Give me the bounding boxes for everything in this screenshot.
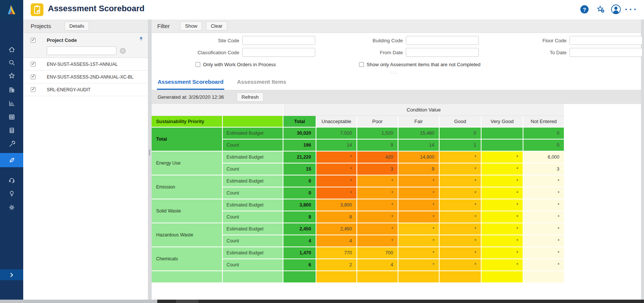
condition-value-cell: * — [523, 175, 565, 187]
help-icon[interactable]: ? — [579, 4, 590, 15]
filter-bar: Filter Show Clear — [152, 19, 641, 33]
maintenance-icon — [8, 141, 15, 148]
user-glyph — [611, 4, 621, 15]
condition-value-cell: * — [440, 187, 482, 199]
chevron-right-icon — [8, 272, 15, 278]
priority-cell: Chemicals — [152, 247, 223, 271]
buildings-icon — [8, 86, 15, 93]
sidebar-item-buildings[interactable] — [0, 82, 23, 97]
project-code-column-header[interactable]: Project Code — [47, 37, 77, 43]
project-checkbox[interactable] — [31, 74, 36, 79]
filter-field-input[interactable] — [242, 48, 315, 57]
project-row[interactable]: ENV-SUST-ASSESS-2ND-ANNUAL-XC-BL — [23, 71, 148, 83]
filter-field-input[interactable] — [569, 36, 643, 45]
condition-value-cell: * — [440, 152, 482, 163]
sidebar-item-planning[interactable] — [0, 110, 23, 124]
filter-field-input[interactable] — [406, 36, 479, 45]
metric-cell: Count — [223, 235, 283, 247]
project-code-value: SRL-ENERGY-AUDIT — [47, 87, 91, 92]
condition-value-cell — [482, 140, 523, 152]
filter-field-label: Site Code — [152, 38, 242, 43]
tab-assessment-scoreboard[interactable]: Assessment Scoreboard — [157, 76, 224, 90]
filter-column: Building Code From Date Show only Assess… — [315, 33, 479, 68]
sidebar-item-data-tables[interactable] — [0, 123, 23, 137]
condition-value-header: Condition Value — [283, 104, 565, 116]
user-icon[interactable] — [610, 4, 622, 15]
filter-checkbox[interactable] — [195, 62, 200, 67]
condition-value-cell: * — [316, 152, 357, 163]
partial-cell — [223, 271, 283, 283]
section-drag-handle[interactable]: :::::: — [389, 71, 397, 74]
total-value-cell: 15 — [283, 163, 316, 175]
ideas-icon — [8, 190, 15, 197]
condition-value-cell: * — [482, 175, 523, 187]
star-plus-glyph — [596, 5, 605, 14]
condition-value-cell: * — [523, 187, 565, 199]
condition-value-cell: * — [398, 235, 440, 247]
tab-assessment-items[interactable]: Assessment Items — [236, 76, 287, 90]
condition-value-cell: * — [440, 259, 482, 271]
filter-field-label: Classification Code — [152, 50, 242, 55]
condition-value-cell: * — [357, 199, 398, 211]
condition-value-cell: 0 — [523, 140, 565, 152]
sort-asc-arrow — [140, 37, 143, 39]
sidebar-item-settings[interactable] — [0, 200, 23, 214]
total-value-cell: 196 — [283, 140, 316, 152]
project-checkbox[interactable] — [31, 87, 36, 92]
details-button[interactable]: Details — [64, 21, 89, 31]
filter-field-input[interactable] — [569, 48, 643, 57]
sidebar-item-search[interactable] — [0, 55, 23, 70]
select-all-checkbox[interactable] — [31, 38, 36, 43]
condition-value-cell: 8 — [316, 211, 357, 223]
bottom-scrollbar-thumb[interactable] — [0, 300, 157, 303]
project-checkbox[interactable] — [31, 62, 36, 67]
filter-field-label: From Date — [315, 50, 406, 55]
filter-field-input[interactable] — [406, 48, 479, 57]
projects-header: Projects Details — [23, 19, 148, 33]
data-tables-icon — [8, 127, 15, 134]
sidebar-item-maintenance[interactable] — [0, 137, 23, 151]
metric-cell: Estimated Budget — [223, 247, 283, 259]
condition-value-cell: * — [523, 199, 565, 211]
total-value-cell: 3,800 — [283, 199, 316, 211]
condition-value-cell: * — [357, 235, 398, 247]
clear-button[interactable]: Clear — [206, 21, 227, 31]
left-nav-sidebar — [0, 19, 23, 300]
sidebar-item-support[interactable] — [0, 173, 23, 187]
condition-value-cell: * — [398, 211, 440, 223]
metric-cell: Estimated Budget — [223, 128, 283, 140]
sidebar-expand-button[interactable] — [0, 269, 23, 280]
show-button[interactable]: Show — [180, 21, 202, 31]
condition-value-cell — [482, 128, 523, 140]
filter-field-row: Site Code — [152, 36, 315, 45]
project-row[interactable]: SRL-ENERGY-AUDIT — [23, 83, 148, 96]
refresh-button[interactable]: Refresh — [237, 92, 264, 102]
condition-value-cell: * — [440, 247, 482, 259]
condition-value-cell: 1,520 — [357, 128, 398, 140]
project-code-filter-input[interactable] — [47, 46, 116, 55]
project-row[interactable]: ENV-SUST-ASSESS-1ST-ANNUAL — [23, 58, 148, 71]
project-code-header-row: Project Code — [23, 36, 148, 45]
archibus-logo[interactable] — [0, 0, 23, 19]
clear-filter-icon[interactable]: ✕ — [120, 48, 126, 54]
metric-cell: Count — [223, 211, 283, 223]
panel-resize-handle[interactable]: ●●●● — [148, 150, 151, 162]
blank-header-cell — [223, 116, 283, 128]
condition-value-cell: * — [482, 187, 523, 199]
condition-value-cell: 2,450 — [316, 223, 357, 235]
more-icon[interactable]: ● ● ● — [625, 4, 637, 15]
filter-field-input[interactable] — [242, 36, 315, 45]
condition-value-cell: 4 — [316, 235, 357, 247]
condition-value-cell: 3 — [523, 163, 565, 175]
sidebar-item-home[interactable] — [0, 42, 23, 56]
sidebar-item-reports[interactable] — [0, 96, 23, 110]
filter-checkbox-label: Only with Work Orders in Process — [203, 62, 276, 67]
sort-icon[interactable] — [140, 36, 143, 41]
sidebar-item-ideas[interactable] — [0, 186, 23, 201]
sidebar-item-favorites[interactable] — [0, 68, 23, 83]
add-favorite-icon[interactable] — [595, 4, 606, 15]
filter-checkbox[interactable] — [359, 62, 364, 67]
condition-value-cell: 14 — [398, 140, 440, 152]
scoreboard-row: Hazardous WasteEstimated Budget2,4502,45… — [152, 223, 565, 235]
sidebar-item-sustainability[interactable] — [0, 153, 23, 167]
